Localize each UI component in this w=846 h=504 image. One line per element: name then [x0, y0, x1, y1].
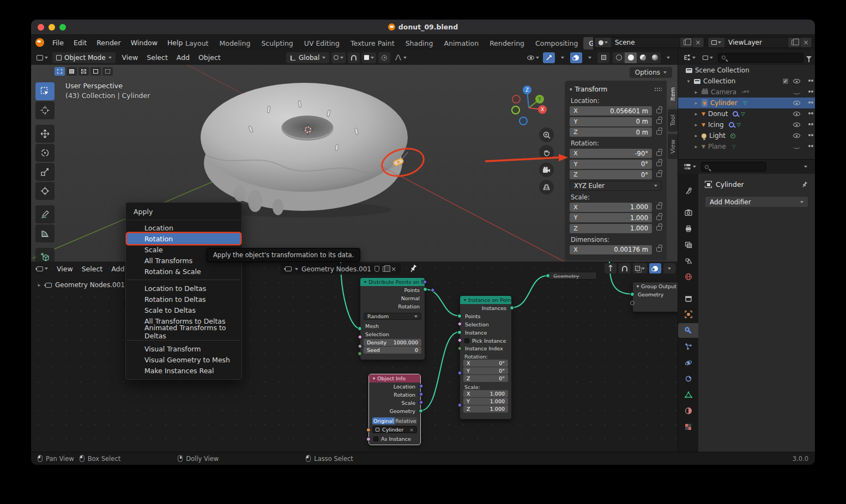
add-cube-tool[interactable]: [35, 248, 55, 262]
unlock-icon[interactable]: [656, 247, 662, 252]
geometry-output-socket[interactable]: [419, 409, 423, 413]
hide-eye-icon[interactable]: [793, 101, 800, 105]
outliner-row-scene-collection[interactable]: Scene Collection: [678, 65, 815, 76]
select-invert-button[interactable]: [90, 67, 101, 76]
select-box-tool[interactable]: [35, 82, 55, 100]
sidebar-tab[interactable]: Tool: [668, 109, 678, 131]
select-new-button[interactable]: [55, 67, 65, 76]
scene-browse-button[interactable]: [595, 38, 611, 47]
shading-rendered-button[interactable]: [649, 52, 661, 63]
apply-menu-item[interactable]: Rotation & Scale: [127, 266, 240, 277]
properties-tab-output[interactable]: [678, 221, 698, 236]
pin-icon[interactable]: [408, 264, 418, 274]
go-to-parent-tree-button[interactable]: ↑: [605, 263, 617, 274]
hide-eye-icon[interactable]: [793, 79, 800, 83]
properties-tab-collection[interactable]: [678, 291, 698, 306]
shading-solid-button[interactable]: [625, 52, 637, 63]
expand-icon[interactable]: ▸: [693, 89, 699, 95]
show-gizmo-toggle[interactable]: [543, 52, 555, 63]
filter-icon[interactable]: [806, 56, 812, 59]
workspace-tab[interactable]: Texture Paint: [345, 37, 400, 50]
scale-field[interactable]: X1.000: [463, 390, 508, 397]
rotation-mode-dropdown[interactable]: XYZ Euler: [570, 181, 662, 191]
minimize-window-button[interactable]: [49, 24, 55, 31]
dimensions-field-row[interactable]: X0.00176 m: [570, 245, 662, 254]
properties-options-dropdown[interactable]: [800, 161, 812, 172]
new-scene-button[interactable]: [680, 38, 692, 47]
points-input-socket[interactable]: [457, 314, 462, 318]
viewlayer-name[interactable]: ViewLayer: [724, 38, 788, 47]
expand-icon[interactable]: ▸: [37, 282, 42, 288]
workspace-tab[interactable]: Rendering: [484, 37, 530, 50]
properties-tab-world[interactable]: [678, 270, 698, 284]
ortho-toggle-button[interactable]: [539, 180, 554, 195]
points-output-socket[interactable]: [423, 287, 427, 292]
measure-tool[interactable]: [35, 224, 55, 242]
annotate-tool[interactable]: [35, 205, 55, 223]
shading-wireframe-button[interactable]: [613, 52, 625, 63]
mesh-input-socket[interactable]: [358, 326, 362, 331]
rotate-tool[interactable]: [35, 144, 55, 162]
expand-icon[interactable]: ▸: [693, 144, 699, 149]
clear-object-button[interactable]: ×: [409, 427, 414, 433]
remove-viewlayer-button[interactable]: ×: [800, 38, 812, 47]
object-selector-field[interactable]: Cylinder ×: [372, 426, 417, 433]
outliner-row-collection[interactable]: ▾ Collection ✓: [678, 76, 815, 87]
rotation-field[interactable]: Y0°: [463, 367, 508, 374]
options-button[interactable]: Options: [630, 67, 672, 78]
properties-tab-modifiers[interactable]: [678, 323, 698, 338]
unlock-icon[interactable]: [656, 109, 662, 113]
properties-editor-type-button[interactable]: [681, 161, 698, 172]
pin-id-icon[interactable]: [801, 181, 808, 189]
apply-menu-item[interactable]: Rotation to Deltas: [127, 294, 240, 305]
outliner-row-icing[interactable]: ▸ ▼ Icing ▽: [678, 119, 815, 130]
properties-tab-material[interactable]: [678, 404, 698, 418]
menubar-menu[interactable]: Window: [126, 37, 162, 48]
unlock-icon[interactable]: [656, 226, 662, 230]
properties-tab-texture[interactable]: [678, 420, 698, 434]
unlock-icon[interactable]: [656, 173, 662, 177]
viewport-menu[interactable]: View: [118, 52, 143, 63]
instance-input-socket[interactable]: [457, 330, 462, 335]
expand-icon[interactable]: ▸: [693, 111, 699, 117]
mode-selector[interactable]: Object Mode: [52, 52, 116, 63]
object-info-node[interactable]: ▾Object Info LocationRotationScaleGeomet…: [368, 374, 421, 445]
location-field-row[interactable]: X0.056601 m: [570, 106, 662, 116]
overlays-dropdown[interactable]: [663, 263, 675, 274]
outliner-row-donut[interactable]: ▸ ▼ Donut ▽: [678, 108, 815, 119]
properties-search-input[interactable]: [701, 162, 766, 172]
hide-eye-icon[interactable]: [793, 123, 800, 127]
properties-tab-particles[interactable]: [678, 339, 698, 354]
orientation-selector[interactable]: Global: [286, 52, 329, 63]
select-subtract-button[interactable]: [78, 67, 89, 76]
unlink-node-tree-button[interactable]: ×: [391, 265, 396, 273]
properties-tab-scene[interactable]: [678, 253, 698, 268]
gizmo-neg-x[interactable]: [512, 95, 520, 103]
rotation-field[interactable]: X0°: [463, 360, 508, 367]
as-instance-checkbox[interactable]: [373, 436, 378, 441]
collection-checkbox[interactable]: ✓: [782, 78, 789, 84]
new-viewlayer-button[interactable]: [788, 38, 800, 47]
seed-field[interactable]: Seed0: [364, 347, 421, 354]
original-toggle[interactable]: Original: [372, 417, 395, 424]
node-editor-menu[interactable]: View: [52, 263, 77, 275]
hide-eye-icon[interactable]: [793, 112, 800, 116]
proportional-falloff-selector[interactable]: [392, 52, 409, 63]
snap-node-target-selector[interactable]: [633, 263, 647, 274]
apply-menu-item[interactable]: Location to Deltas: [127, 283, 240, 294]
viewport-menu[interactable]: Select: [142, 52, 172, 63]
scale-tool[interactable]: [35, 163, 55, 181]
proportional-editing-toggle[interactable]: [378, 52, 390, 63]
distribute-points-node[interactable]: ▾Distribute Points on Faces PointsNormal…: [360, 277, 425, 360]
properties-tab-view-layer[interactable]: [678, 238, 698, 252]
outliner-row-light[interactable]: ▸ Light: [678, 130, 815, 141]
hide-eye-icon[interactable]: [793, 133, 800, 138]
drag-handle-icon[interactable]: [654, 87, 662, 92]
menubar-menu[interactable]: File: [47, 37, 69, 48]
viewport-menu[interactable]: Object: [194, 52, 225, 63]
apply-menu-item[interactable]: Rotation: [127, 233, 240, 244]
outliner-search-input[interactable]: [718, 53, 803, 63]
fake-user-shield-icon[interactable]: [374, 266, 379, 272]
gizmo-dropdown[interactable]: [557, 52, 569, 63]
unlink-scene-button[interactable]: ×: [692, 38, 704, 47]
